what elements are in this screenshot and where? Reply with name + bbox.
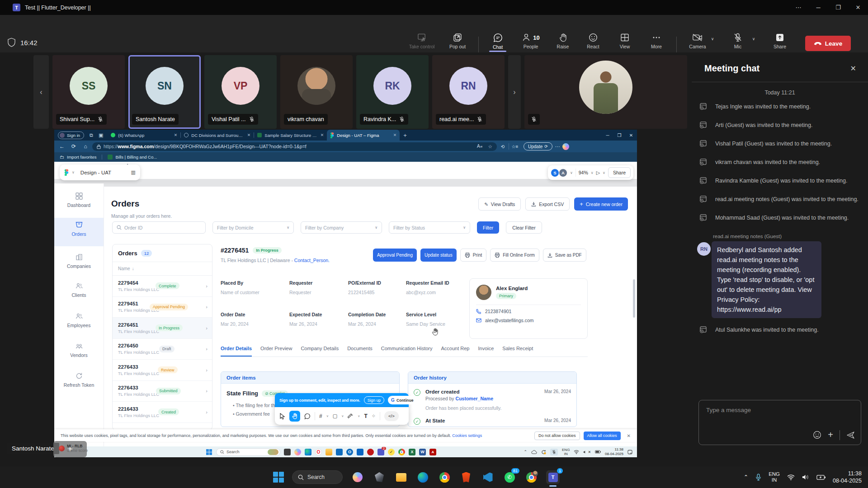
- video-tile-active[interactable]: SN Santosh Narate: [128, 55, 201, 129]
- dev-mode-toggle[interactable]: </>: [384, 411, 399, 421]
- store-icon[interactable]: [336, 449, 343, 455]
- language-indicator[interactable]: ENGIN: [769, 471, 780, 483]
- google-continue-button[interactable]: GContinue: [388, 396, 416, 404]
- filter-domicile-dropdown[interactable]: Filter by Domicile∨: [212, 221, 294, 234]
- emoji-icon[interactable]: [813, 431, 821, 439]
- start-button[interactable]: [273, 472, 284, 483]
- send-icon[interactable]: [846, 431, 855, 439]
- raise-hand-button[interactable]: Raise: [547, 33, 579, 49]
- copilot-icon[interactable]: [562, 143, 569, 150]
- favorites-list-icon[interactable]: ☆≡: [509, 144, 521, 149]
- app-scrollbar[interactable]: [633, 279, 635, 318]
- people-button[interactable]: 10 People: [511, 33, 550, 49]
- filter-company-dropdown[interactable]: Filter by Company∨: [301, 221, 382, 234]
- order-row[interactable]: 2216433TL Flex Holdings LLC Created›: [113, 402, 212, 423]
- tab-panel-icon[interactable]: ▣: [99, 132, 103, 138]
- extension-icon[interactable]: ⟲: [497, 144, 509, 149]
- window-more-button[interactable]: ⋯: [788, 4, 808, 11]
- rep-phone[interactable]: 2123874901: [485, 309, 511, 314]
- norton-icon[interactable]: ✓: [388, 449, 395, 455]
- browser-tab-active[interactable]: Design - UAT – Figma✕: [327, 130, 400, 141]
- sign-up-button[interactable]: Sign up: [364, 396, 384, 404]
- cloud-icon[interactable]: [531, 450, 537, 454]
- zoom-level[interactable]: 94%: [579, 170, 588, 175]
- browser-close-button[interactable]: ✕: [625, 133, 637, 138]
- components-tool-icon[interactable]: ⁘: [372, 413, 376, 419]
- collaborator-avatar[interactable]: A: [559, 169, 567, 177]
- order-row[interactable]: 2276450TL Flex Holdings LLC Draft›: [113, 339, 212, 360]
- attach-plus-icon[interactable]: +: [828, 430, 833, 440]
- order-row-selected[interactable]: 2276451TL Flex Holdings LLC In Progress›: [113, 318, 212, 339]
- vscode-icon[interactable]: [481, 470, 495, 484]
- export-csv-button[interactable]: Export CSV: [525, 197, 570, 211]
- browser-minimize-button[interactable]: ─: [602, 133, 613, 138]
- tiles-scroll-right-button[interactable]: ›: [508, 55, 521, 129]
- sidebar-item-employees[interactable]: Employees: [54, 313, 104, 328]
- react-button[interactable]: React: [577, 33, 609, 49]
- approval-pending-button[interactable]: Approval Pending: [373, 249, 417, 262]
- obsidian-icon[interactable]: [373, 470, 386, 484]
- tab-copy-icon[interactable]: ⧉: [90, 132, 93, 138]
- view-drafts-button[interactable]: ✎View Drafts: [478, 197, 521, 211]
- sidebar-item-clients[interactable]: Clients: [54, 282, 104, 298]
- volume-icon[interactable]: [802, 474, 809, 480]
- acrobat-icon[interactable]: A: [429, 449, 436, 455]
- tray-chevron-icon[interactable]: ⌃: [524, 450, 527, 454]
- taskbar-search[interactable]: Search: [292, 470, 343, 484]
- browser-tab[interactable]: DC Divisions and Surroundings✕: [181, 130, 254, 141]
- browser-tab[interactable]: Sample Salary Structure with calc✕: [254, 130, 327, 141]
- battery-icon[interactable]: [595, 450, 601, 454]
- update-status-button[interactable]: Update status: [420, 249, 457, 262]
- video-tile-spotlight[interactable]: [524, 55, 687, 129]
- url-bar[interactable]: https://www.figma.com/design/9BKQ0FOHRWa…: [92, 142, 497, 151]
- leave-button[interactable]: Leave: [805, 36, 851, 51]
- deny-cookies-button[interactable]: Do not allow cookies: [534, 432, 580, 440]
- chat-close-button[interactable]: ✕: [850, 64, 856, 73]
- video-tile[interactable]: vikram chavan: [280, 55, 353, 129]
- create-order-button[interactable]: +Create new order: [574, 197, 628, 211]
- move-tool-icon[interactable]: [279, 413, 285, 419]
- share-button[interactable]: Share: [764, 33, 796, 49]
- chat-button[interactable]: Chat: [482, 33, 514, 50]
- copilot-taskbar-icon[interactable]: [351, 470, 364, 484]
- teams-icon[interactable]: 2: [377, 449, 384, 455]
- comment-tool-icon[interactable]: [304, 413, 311, 419]
- cookie-close-icon[interactable]: ✕: [627, 433, 631, 438]
- pop-out-button[interactable]: Pop out: [442, 33, 473, 49]
- bookmark-link[interactable]: Bills | Billing and Co...: [115, 155, 157, 160]
- shared-clock[interactable]: 11:3808-04-2025: [605, 447, 623, 456]
- pen-tool-icon[interactable]: [348, 413, 354, 419]
- view-button[interactable]: View: [609, 33, 641, 49]
- cookies-settings-link[interactable]: Cookies settings: [452, 433, 482, 438]
- save-as-pdf-button[interactable]: Save as PDF: [543, 249, 586, 262]
- import-favorites-link[interactable]: Import favorites: [67, 155, 96, 160]
- volume-muted-icon[interactable]: ✕: [583, 450, 591, 454]
- office-icon[interactable]: [357, 449, 363, 455]
- word-icon[interactable]: W: [419, 449, 426, 455]
- teams-taskbar-icon[interactable]: T 1: [546, 470, 560, 484]
- chat-message-input[interactable]: Type a message +: [698, 400, 861, 445]
- more-button[interactable]: More: [641, 33, 672, 49]
- notification-icon[interactable]: [627, 450, 632, 455]
- shape-tool-icon[interactable]: ▢: [333, 413, 337, 419]
- video-tile[interactable]: RK Ravindra K...: [356, 55, 429, 129]
- home-button[interactable]: ⌂: [80, 143, 91, 150]
- window-minimize-button[interactable]: ─: [808, 4, 828, 11]
- excel-icon[interactable]: X: [409, 449, 415, 455]
- present-icon[interactable]: ▷: [596, 170, 600, 176]
- tray-chevron-icon[interactable]: ⌃: [744, 474, 748, 480]
- order-row[interactable]: 2279454TL Flex Holdings LLC Complete›: [113, 276, 212, 297]
- sidebar-item-orders[interactable]: Orders: [54, 221, 104, 237]
- sidebar-item-dashboard[interactable]: Dashboard: [54, 192, 104, 208]
- print-button[interactable]: Print: [460, 249, 487, 262]
- tiles-scroll-left-button[interactable]: ‹: [33, 55, 49, 129]
- chrome-icon[interactable]: [398, 449, 405, 455]
- browser-profile-button[interactable]: Sign in: [58, 131, 84, 139]
- order-row[interactable]: 2279451TL Flex Holdings LLC Approval Pen…: [113, 297, 212, 318]
- tab-communication-history[interactable]: Communication History: [381, 346, 433, 357]
- figma-doc-title[interactable]: Design - UAT: [80, 170, 111, 175]
- file-explorer-icon[interactable]: [326, 449, 332, 455]
- outlook-icon[interactable]: O: [346, 449, 353, 455]
- window-close-button[interactable]: ✕: [848, 4, 868, 11]
- mic-options-chevron[interactable]: ∨: [747, 33, 760, 43]
